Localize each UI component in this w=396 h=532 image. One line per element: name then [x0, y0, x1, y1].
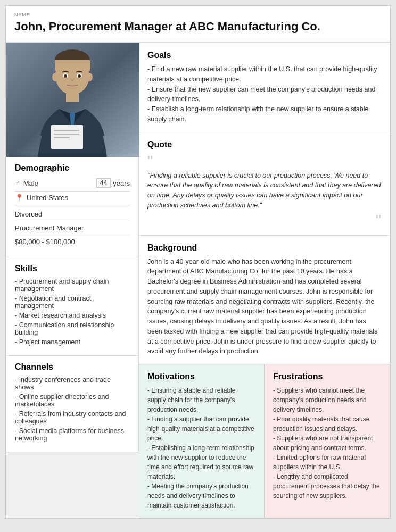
demographic-title: Demographic: [15, 163, 130, 173]
age-unit: years: [113, 179, 130, 187]
quote-open-mark: ": [147, 154, 381, 169]
frustrations-title: Frustrations: [273, 372, 381, 381]
marital-status: Divorced: [15, 207, 130, 221]
frustrations-content: - Suppliers who cannot meet the company'…: [273, 386, 381, 501]
svg-rect-2: [66, 93, 79, 102]
frustrations-card: Frustrations - Suppliers who cannot meet…: [265, 364, 390, 518]
list-item: - Negotiation and contract management: [15, 295, 130, 310]
svg-rect-3: [51, 125, 83, 149]
list-item: - Project management: [15, 338, 130, 346]
age-value: 44: [96, 178, 111, 188]
left-column: Demographic ♂ Male 44 years 📍 United Sta…: [6, 43, 139, 452]
name-label: NAME: [14, 12, 382, 18]
quote-close-mark: ": [147, 213, 381, 228]
channels-list: - Industry conferences and trade shows -…: [15, 376, 130, 442]
goals-title: Goals: [147, 51, 381, 60]
quote-text: "Finding a reliable supplier is crucial …: [147, 171, 381, 211]
gender-value: Male: [23, 179, 96, 187]
job-title-demo: Procurement Manager: [15, 221, 130, 235]
motivations-content: - Ensuring a stable and reliable supply …: [147, 386, 255, 510]
header: NAME John, Procurement Manager at ABC Ma…: [6, 6, 390, 43]
motivations-card: Motivations - Ensuring a stable and reli…: [139, 364, 265, 518]
list-item: - Market research and analysis: [15, 312, 130, 319]
goals-card: Goals - Find a new raw material supplier…: [139, 43, 390, 132]
svg-point-9: [52, 73, 59, 81]
svg-point-10: [86, 73, 93, 81]
profile-svg: [6, 43, 139, 157]
quote-title: Quote: [147, 140, 381, 149]
bottom-row: Motivations - Ensuring a stable and reli…: [139, 364, 390, 518]
list-item: - Communication and relationship buildin…: [15, 321, 130, 336]
location-row: 📍 United States: [15, 194, 130, 202]
quote-card: Quote " "Finding a reliable supplier is …: [139, 132, 390, 236]
right-column: Goals - Find a new raw material supplier…: [139, 43, 390, 518]
profile-photo: [6, 43, 139, 157]
goals-content: - Find a new raw material supplier withi…: [147, 64, 381, 124]
svg-point-13: [64, 74, 67, 78]
list-item: - Online supplier directories and market…: [15, 393, 130, 408]
svg-rect-8: [55, 60, 90, 71]
list-item: - Procurement and supply chain managemen…: [15, 278, 130, 293]
svg-point-14: [78, 74, 81, 78]
background-title: Background: [147, 243, 381, 253]
motivations-title: Motivations: [147, 372, 255, 381]
list-item: - Referrals from industry contacts and c…: [15, 410, 130, 425]
skills-title: Skills: [15, 264, 130, 273]
gender-age-row: ♂ Male 44 years: [15, 178, 130, 188]
location-value: United States: [27, 194, 130, 202]
demographic-section: Demographic ♂ Male 44 years 📍 United Sta…: [6, 157, 139, 257]
gender-icon: ♂: [15, 179, 20, 187]
list-item: - Industry conferences and trade shows: [15, 376, 130, 391]
skills-section: Skills - Procurement and supply chain ma…: [6, 257, 139, 356]
page-title: John, Procurement Manager at ABC Manufac…: [14, 20, 382, 34]
location-icon: 📍: [15, 194, 23, 202]
background-content: John is a 40-year-old male who has been …: [147, 257, 381, 357]
channels-title: Channels: [15, 362, 130, 372]
channels-section: Channels - Industry conferences and trad…: [6, 356, 139, 452]
income-range: $80,000 - $100,000: [15, 235, 130, 248]
background-card: Background John is a 40-year-old male wh…: [139, 236, 390, 365]
list-item: - Social media platforms for business ne…: [15, 427, 130, 442]
age-container: 44 years: [96, 178, 130, 188]
skills-list: - Procurement and supply chain managemen…: [15, 278, 130, 346]
main-content: Demographic ♂ Male 44 years 📍 United Sta…: [6, 43, 390, 518]
page-container: NAME John, Procurement Manager at ABC Ma…: [5, 5, 391, 519]
